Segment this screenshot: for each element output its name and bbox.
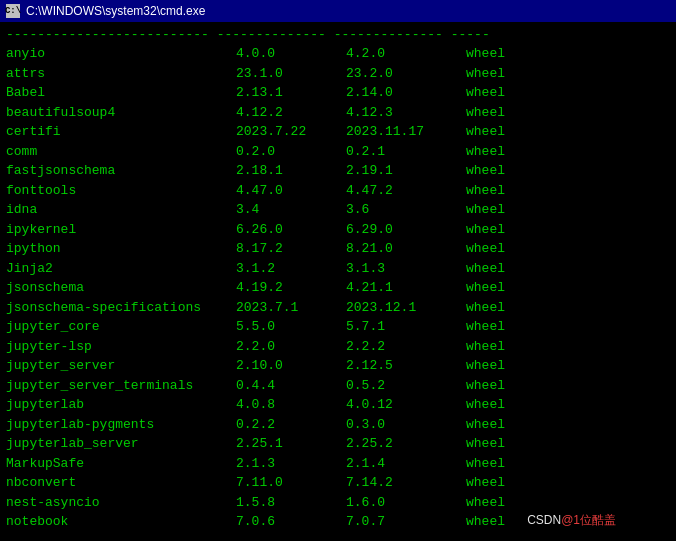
table-row: beautifulsoup44.12.24.12.3wheel xyxy=(6,103,670,123)
package-name: nest-asyncio xyxy=(6,493,236,513)
console-area: -------------------------- -------------… xyxy=(0,22,676,541)
package-version-latest: 2023.11.17 xyxy=(346,122,466,142)
package-name: beautifulsoup4 xyxy=(6,103,236,123)
package-type: wheel xyxy=(466,337,546,357)
package-version-current: 2.1.3 xyxy=(236,454,346,474)
package-version-latest: 2.1.4 xyxy=(346,454,466,474)
package-version-current: 2.25.1 xyxy=(236,434,346,454)
package-type: wheel xyxy=(466,239,546,259)
table-row: comm0.2.00.2.1wheel xyxy=(6,142,670,162)
table-row: fastjsonschema2.18.12.19.1wheel xyxy=(6,161,670,181)
package-list: anyio4.0.04.2.0wheelattrs23.1.023.2.0whe… xyxy=(6,44,670,532)
package-version-current: 2023.7.22 xyxy=(236,122,346,142)
package-version-current: 7.11.0 xyxy=(236,473,346,493)
package-type: wheel xyxy=(466,142,546,162)
divider-line: -------------------------- -------------… xyxy=(6,26,670,44)
package-version-current: 4.12.2 xyxy=(236,103,346,123)
package-version-latest: 2.25.2 xyxy=(346,434,466,454)
table-row: jsonschema4.19.24.21.1wheel xyxy=(6,278,670,298)
package-version-latest: 0.2.1 xyxy=(346,142,466,162)
package-name: anyio xyxy=(6,44,236,64)
title-text: C:\WINDOWS\system32\cmd.exe xyxy=(26,4,205,18)
package-type: wheel xyxy=(466,317,546,337)
package-name: notebook xyxy=(6,512,236,532)
package-name: nbconvert xyxy=(6,473,236,493)
cmd-icon: C:\ xyxy=(6,4,20,18)
package-type: wheel xyxy=(466,278,546,298)
table-row: jupyterlab4.0.84.0.12wheel xyxy=(6,395,670,415)
table-row: certifi2023.7.222023.11.17wheel xyxy=(6,122,670,142)
package-version-current: 4.47.0 xyxy=(236,181,346,201)
package-version-latest: 4.2.0 xyxy=(346,44,466,64)
package-version-current: 0.2.0 xyxy=(236,142,346,162)
package-version-current: 0.2.2 xyxy=(236,415,346,435)
table-row: MarkupSafe2.1.32.1.4wheel xyxy=(6,454,670,474)
table-row: jupyter_server_terminals0.4.40.5.2wheel xyxy=(6,376,670,396)
package-type: wheel xyxy=(466,395,546,415)
package-type: wheel xyxy=(466,298,546,318)
package-type: wheel xyxy=(466,44,546,64)
package-version-current: 6.26.0 xyxy=(236,220,346,240)
package-version-latest: 4.12.3 xyxy=(346,103,466,123)
watermark-suffix: @1位酷盖 xyxy=(561,513,616,527)
package-version-latest: 0.5.2 xyxy=(346,376,466,396)
package-version-latest: 7.14.2 xyxy=(346,473,466,493)
package-type: wheel xyxy=(466,259,546,279)
package-version-latest: 4.0.12 xyxy=(346,395,466,415)
table-row: jupyter_core5.5.05.7.1wheel xyxy=(6,317,670,337)
table-row: Jinja23.1.23.1.3wheel xyxy=(6,259,670,279)
package-name: certifi xyxy=(6,122,236,142)
table-row: fonttools4.47.04.47.2wheel xyxy=(6,181,670,201)
table-row: nbconvert7.11.07.14.2wheel xyxy=(6,473,670,493)
package-version-current: 2.18.1 xyxy=(236,161,346,181)
package-name: jsonschema-specifications xyxy=(6,298,236,318)
package-version-current: 2.2.0 xyxy=(236,337,346,357)
package-version-latest: 23.2.0 xyxy=(346,64,466,84)
package-name: Babel xyxy=(6,83,236,103)
package-version-latest: 2.14.0 xyxy=(346,83,466,103)
package-name: jupyterlab_server xyxy=(6,434,236,454)
table-row: anyio4.0.04.2.0wheel xyxy=(6,44,670,64)
package-version-current: 4.0.8 xyxy=(236,395,346,415)
table-row: nest-asyncio1.5.81.6.0wheel xyxy=(6,493,670,513)
package-version-latest: 8.21.0 xyxy=(346,239,466,259)
package-version-current: 4.19.2 xyxy=(236,278,346,298)
package-name: jupyter-lsp xyxy=(6,337,236,357)
package-type: wheel xyxy=(466,64,546,84)
package-name: jupyterlab-pygments xyxy=(6,415,236,435)
package-name: idna xyxy=(6,200,236,220)
package-name: Jinja2 xyxy=(6,259,236,279)
table-row: jupyter_server2.10.02.12.5wheel xyxy=(6,356,670,376)
package-type: wheel xyxy=(466,473,546,493)
package-type: wheel xyxy=(466,122,546,142)
package-type: wheel xyxy=(466,200,546,220)
table-row: idna3.43.6wheel xyxy=(6,200,670,220)
package-version-current: 23.1.0 xyxy=(236,64,346,84)
package-name: comm xyxy=(6,142,236,162)
package-version-current: 2023.7.1 xyxy=(236,298,346,318)
package-version-current: 3.4 xyxy=(236,200,346,220)
package-name: fonttools xyxy=(6,181,236,201)
watermark: CSDN@1位酷盖 xyxy=(527,512,616,529)
package-version-latest: 2.2.2 xyxy=(346,337,466,357)
package-version-latest: 2.19.1 xyxy=(346,161,466,181)
package-type: wheel xyxy=(466,220,546,240)
table-row: attrs23.1.023.2.0wheel xyxy=(6,64,670,84)
package-name: attrs xyxy=(6,64,236,84)
package-type: wheel xyxy=(466,83,546,103)
package-type: wheel xyxy=(466,415,546,435)
package-version-latest: 0.3.0 xyxy=(346,415,466,435)
package-version-current: 1.5.8 xyxy=(236,493,346,513)
package-name: jupyter_server_terminals xyxy=(6,376,236,396)
package-type: wheel xyxy=(466,181,546,201)
package-type: wheel xyxy=(466,493,546,513)
package-version-latest: 3.1.3 xyxy=(346,259,466,279)
package-version-current: 0.4.4 xyxy=(236,376,346,396)
package-name: jupyter_core xyxy=(6,317,236,337)
table-row: Babel2.13.12.14.0wheel xyxy=(6,83,670,103)
package-version-latest: 1.6.0 xyxy=(346,493,466,513)
table-row: ipython8.17.28.21.0wheel xyxy=(6,239,670,259)
package-version-current: 5.5.0 xyxy=(236,317,346,337)
package-name: jupyter_server xyxy=(6,356,236,376)
package-version-latest: 7.0.7 xyxy=(346,512,466,532)
